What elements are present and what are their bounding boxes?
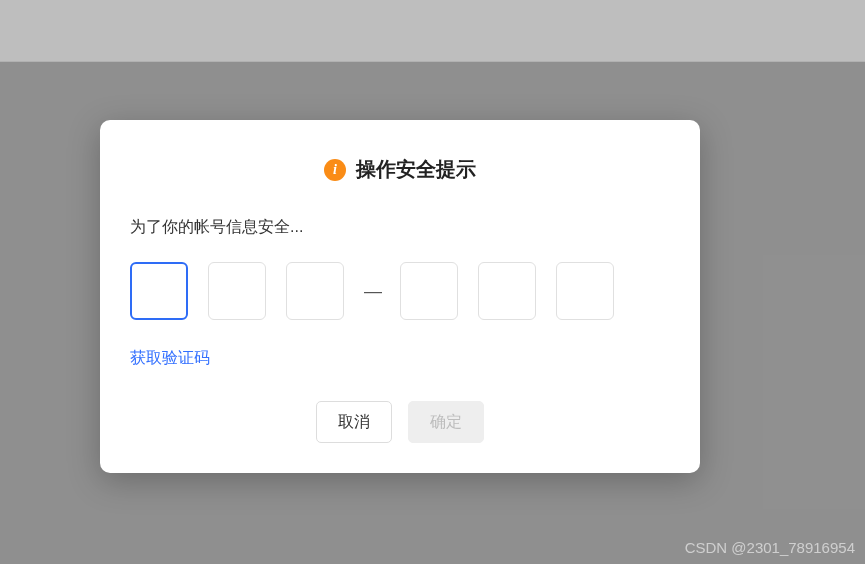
confirm-button[interactable]: 确定 — [408, 401, 484, 443]
code-input-3[interactable] — [286, 262, 344, 320]
code-separator: — — [364, 281, 380, 302]
modal-header: i 操作安全提示 — [130, 156, 670, 183]
watermark: CSDN @2301_78916954 — [685, 539, 855, 556]
modal-footer: 取消 确定 — [130, 401, 670, 443]
modal-title: 操作安全提示 — [356, 156, 476, 183]
instruction-text: 为了你的帐号信息安全... — [130, 217, 670, 238]
verification-code-inputs: — — [130, 262, 670, 320]
code-input-1[interactable] — [130, 262, 188, 320]
cancel-button[interactable]: 取消 — [316, 401, 392, 443]
get-verification-code-link[interactable]: 获取验证码 — [130, 348, 210, 369]
code-input-6[interactable] — [556, 262, 614, 320]
info-icon: i — [324, 159, 346, 181]
code-input-2[interactable] — [208, 262, 266, 320]
code-input-4[interactable] — [400, 262, 458, 320]
code-input-5[interactable] — [478, 262, 536, 320]
security-modal: i 操作安全提示 为了你的帐号信息安全... — 获取验证码 取消 确定 — [100, 120, 700, 473]
